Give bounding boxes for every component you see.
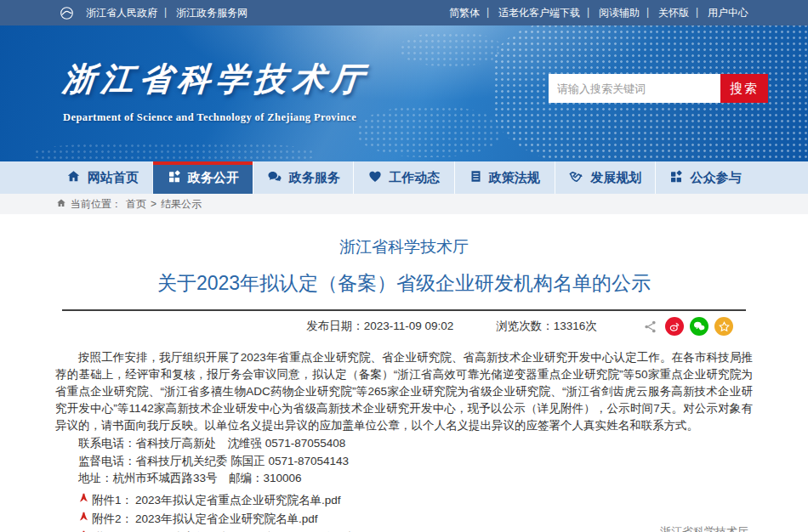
topbar-right-links: 简繁体 适老化客户端下载 阅读辅助 关怀版 用户中心 [449, 6, 748, 20]
publish-date-label: 发布日期： [306, 320, 364, 332]
link-elderly-client-download[interactable]: 适老化客户端下载 [498, 6, 592, 20]
footer-org-name: 浙江省科学技术厅 [660, 524, 748, 532]
wechat-share-icon[interactable] [690, 317, 708, 336]
attachment-label: 附件3： [92, 529, 133, 532]
search-input[interactable] [549, 74, 720, 103]
nav-label: 政务服务 [289, 170, 340, 186]
attachment-label: 附件1： [92, 491, 133, 510]
page-title: 关于2023年拟认定（备案）省级企业研发机构名单的公示 [53, 270, 755, 297]
search-button[interactable]: 搜索 [720, 74, 768, 103]
link-zj-gov[interactable]: 浙江省人民政府 [86, 6, 169, 20]
link-user-center[interactable]: 用户中心 [708, 6, 748, 20]
home-small-icon [56, 198, 66, 211]
link-reading-assist[interactable]: 阅读辅助 [599, 6, 652, 20]
contact-block: 联系电话：省科技厅高新处 沈维强 0571-87055408 监督电话：省科技厅… [53, 435, 755, 488]
nav-item-home[interactable]: 网站首页 [53, 161, 152, 194]
nav-item-gov-disclosure[interactable]: 政务公开 [152, 161, 253, 194]
nav-label: 政策法规 [489, 170, 540, 186]
breadcrumb-label: 当前位置： [71, 197, 122, 212]
favorite-star-icon[interactable] [714, 317, 733, 336]
attachment-link-2[interactable]: 附件2：2023年拟认定省企业研究院名单.pdf [53, 510, 755, 529]
world-map-dots [357, 106, 502, 157]
government-emblem-icon [60, 6, 74, 20]
link-care-version[interactable]: 关怀版 [658, 6, 701, 20]
pdf-icon [78, 529, 89, 532]
article-content: 浙江省科学技术厅 关于2023年拟认定（备案）省级企业研发机构名单的公示 发布日… [53, 214, 755, 532]
world-map-dots [34, 143, 315, 161]
attachment-link-3[interactable]: 附件3：2023年省高新技术企业研究开发中心拟备案名单.pdf [53, 529, 755, 532]
attachment-filename: 2023年省高新技术企业研究开发中心拟备案名单.pdf [135, 529, 398, 532]
share-icon[interactable] [643, 320, 657, 334]
weibo-share-icon[interactable] [665, 317, 684, 336]
supervision-phone: 监督电话：省科技厅机关纪委 陈国正 0571-87054143 [53, 453, 755, 471]
site-name-english: Department of Science and Technology of … [63, 111, 369, 124]
nav-label: 政务公开 [188, 170, 239, 186]
nav-label: 公众参与 [690, 170, 741, 186]
breadcrumb: 当前位置： 首页 > 结果公示 [0, 194, 808, 214]
site-search: 搜索 [549, 74, 768, 103]
nav-item-work-news[interactable]: 工作动态 [353, 161, 453, 194]
site-logo: 浙江省科学技术厅 Department of Science and Techn… [63, 58, 369, 124]
view-count-label: 浏览次数： [496, 320, 554, 332]
home-icon [66, 169, 81, 186]
attachment-list: 附件1：2023年拟认定省重点企业研究院名单.pdf 附件2：2023年拟认定省… [53, 491, 755, 532]
chat-bubbles-icon [267, 169, 282, 187]
site-banner: 浙江省科学技术厅 Department of Science and Techn… [0, 25, 808, 161]
nav-item-public-participation[interactable]: 公众参与 [655, 161, 755, 194]
pdf-icon [78, 510, 89, 529]
link-simplified-traditional[interactable]: 简繁体 [449, 6, 492, 20]
seal-icon [669, 170, 683, 186]
nav-item-development-plans[interactable]: 发展规划 [555, 161, 655, 194]
article-org-line: 浙江省科学技术厅 [53, 236, 755, 258]
nav-label: 网站首页 [88, 170, 139, 186]
document-icon [469, 170, 482, 185]
address-line: 地址：杭州市环城西路33号 邮编：310006 [53, 470, 755, 488]
page: 浙江省人民政府 浙江政务服务网 简繁体 适老化客户端下载 阅读辅助 关怀版 用户… [0, 0, 808, 532]
topbar-left-links: 浙江省人民政府 浙江政务服务网 [60, 6, 248, 20]
article-body: 按照工作安排，我厅组织开展了2023年省重点企业研究院、省企业研究院、省高新技术… [55, 349, 753, 434]
link-zj-service[interactable]: 浙江政务服务网 [176, 6, 248, 20]
article-meta: 发布日期：2023-11-09 09:02 浏览次数：13316次 [53, 311, 755, 342]
heart-icon [368, 170, 382, 186]
contact-phone: 联系电话：省科技厅高新处 沈维强 0571-87055408 [53, 435, 755, 453]
pdf-icon [78, 491, 89, 510]
attachment-filename: 2023年拟认定省重点企业研究院名单.pdf [135, 491, 341, 510]
view-count-value: 13316次 [554, 320, 597, 332]
world-map-dots [400, 32, 502, 66]
breadcrumb-home-link[interactable]: 首页 [126, 197, 146, 212]
attachment-filename: 2023年拟认定省企业研究院名单.pdf [135, 510, 318, 529]
main-navigation: 网站首页 政务公开 政 [0, 161, 808, 194]
publish-date: 发布日期：2023-11-09 09:02 [306, 319, 453, 334]
top-utility-bar: 浙江省人民政府 浙江政务服务网 简繁体 适老化客户端下载 阅读辅助 关怀版 用户… [0, 0, 808, 25]
nav-label: 工作动态 [389, 170, 440, 186]
site-name-chinese: 浙江省科学技术厅 [61, 58, 371, 101]
nav-item-policies[interactable]: 政策法规 [454, 161, 555, 194]
publish-date-value: 2023-11-09 09:02 [364, 320, 454, 332]
handshake-icon [568, 169, 583, 187]
breadcrumb-separator: > [151, 198, 156, 210]
breadcrumb-current: 结果公示 [161, 197, 202, 212]
nav-item-gov-services[interactable]: 政务服务 [253, 161, 353, 194]
share-buttons [643, 317, 733, 336]
attachment-label: 附件2： [92, 510, 133, 529]
nav-label: 发展规划 [590, 170, 641, 186]
attachment-link-1[interactable]: 附件1：2023年拟认定省重点企业研究院名单.pdf [53, 491, 755, 510]
seal-icon [168, 170, 181, 186]
view-count: 浏览次数：13316次 [496, 319, 597, 334]
